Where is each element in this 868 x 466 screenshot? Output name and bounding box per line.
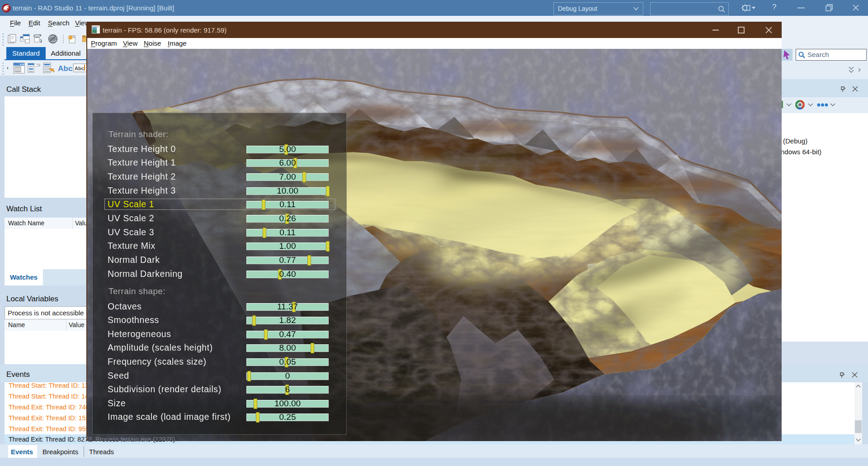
svg-text:Abc: Abc (58, 64, 72, 73)
svg-text:Abc: Abc (75, 66, 84, 71)
